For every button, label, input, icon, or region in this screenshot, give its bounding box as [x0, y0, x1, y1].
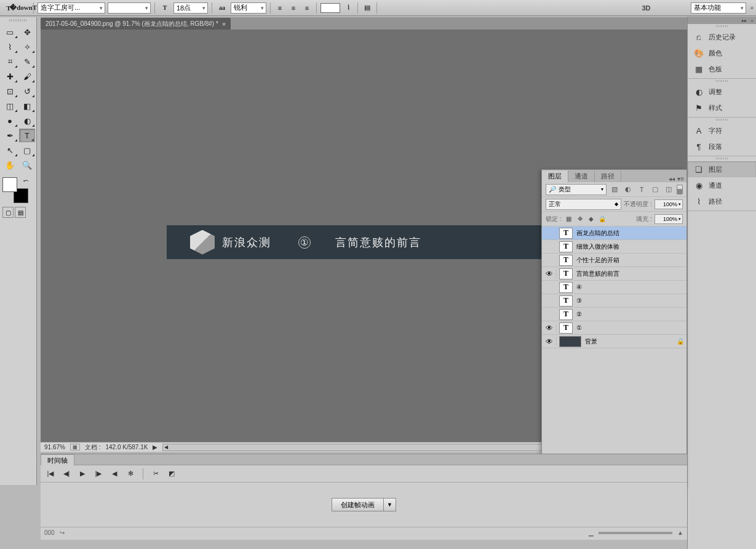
prev-frame-icon[interactable]: ◀|	[62, 469, 71, 479]
filter-pixel-icon[interactable]: ▧	[609, 184, 620, 195]
text-color-swatch[interactable]	[320, 3, 340, 13]
layer-name[interactable]: 背景	[584, 337, 674, 346]
lock-position-icon[interactable]: ✥	[575, 215, 585, 223]
first-frame-icon[interactable]: |◀	[46, 469, 55, 479]
transition-icon[interactable]: ◩	[167, 469, 177, 479]
foreground-color[interactable]	[2, 177, 17, 192]
dock-item-段落[interactable]: ¶段落	[688, 138, 756, 154]
layer-row[interactable]: T个性十足的开箱	[542, 254, 686, 267]
zoom-out-timeline-icon[interactable]: ▁	[589, 529, 594, 536]
visibility-toggle[interactable]: 👁	[542, 337, 557, 346]
layer-name[interactable]: ②	[575, 311, 674, 318]
doc-info-arrow-icon[interactable]: ▶	[153, 444, 157, 451]
dodge-tool-icon[interactable]: ◐	[19, 114, 35, 127]
eraser-tool-icon[interactable]: ◫	[2, 99, 18, 113]
timeline-render-icon[interactable]: ↪	[60, 529, 65, 536]
history-brush-tool-icon[interactable]: ↺	[19, 84, 35, 98]
hand-tool-icon[interactable]: ✋	[2, 158, 18, 172]
filter-toggle[interactable]	[677, 185, 683, 194]
fill-input[interactable]: 100%	[655, 214, 683, 224]
close-dock-icon[interactable]: ×	[750, 18, 754, 23]
layer-row[interactable]: T③	[542, 294, 686, 308]
character-panel-icon[interactable]: ▤	[362, 2, 373, 14]
layer-row[interactable]: 👁T①	[542, 321, 686, 335]
swap-colors-icon[interactable]: ⤺	[23, 177, 28, 184]
tab-timeline[interactable]: 时间轴	[41, 454, 74, 465]
text-orientation-icon[interactable]: �downT	[17, 2, 30, 14]
close-icon[interactable]: ×	[222, 20, 226, 28]
crop-tool-icon[interactable]: ⌗	[2, 55, 18, 68]
align-right-icon[interactable]: ≡	[301, 2, 312, 14]
layer-row[interactable]: 👁T言简意赅的前言	[542, 267, 686, 281]
layer-filter-select[interactable]: 🔎 类型	[546, 184, 607, 195]
layer-name[interactable]: 细致入微的体验	[575, 242, 674, 251]
quickmask-icon[interactable]: ▢	[2, 207, 14, 218]
collapse-panel-icon[interactable]: ◂◂	[669, 175, 675, 182]
filter-type-icon[interactable]: T	[636, 184, 647, 195]
layer-name[interactable]: 画龙点睛的总结	[575, 229, 674, 238]
zoom-readout[interactable]: 91.67%	[44, 444, 65, 451]
layer-row[interactable]: T④	[542, 281, 686, 294]
layer-name[interactable]: ③	[575, 297, 674, 304]
dock-item-图层[interactable]: ❏图层	[688, 161, 756, 177]
stamp-tool-icon[interactable]: ⊡	[2, 84, 18, 98]
zoom-tool-icon[interactable]: 🔍	[19, 158, 35, 172]
align-center-icon[interactable]: ≡	[288, 2, 299, 14]
layer-name[interactable]: 个性十足的开箱	[575, 256, 674, 265]
dock-item-路径[interactable]: ⌇路径	[688, 193, 756, 209]
threeD-button[interactable]: 3D	[642, 4, 650, 12]
eyedropper-tool-icon[interactable]: ✎	[19, 55, 35, 68]
layer-name[interactable]: ④	[575, 284, 674, 291]
tab-layers[interactable]: 图层	[542, 170, 568, 182]
dock-item-色板[interactable]: ▦色板	[688, 61, 756, 77]
doc-info-icon[interactable]: ▦	[70, 444, 80, 451]
double-arrow-icon[interactable]: »	[750, 4, 754, 11]
audio-mute-icon[interactable]: ◀	[109, 469, 119, 479]
marquee-tool-icon[interactable]: ▭	[2, 25, 18, 39]
timeline-zoom-slider[interactable]	[599, 532, 672, 534]
blend-mode-select[interactable]: 正常◆	[546, 199, 621, 210]
blur-tool-icon[interactable]: ●	[2, 114, 18, 127]
opacity-input[interactable]: 100%	[655, 199, 683, 209]
layer-name[interactable]: 言简意赅的前言	[575, 270, 674, 278]
filter-shape-icon[interactable]: ▢	[650, 184, 661, 195]
move-tool-icon[interactable]: ✥	[19, 25, 35, 39]
panel-menu-icon[interactable]: ▾≡	[677, 175, 684, 182]
lock-all-icon[interactable]: 🔒	[597, 215, 607, 223]
wand-tool-icon[interactable]: ✧	[19, 40, 35, 54]
font-size-select[interactable]: 18 点	[173, 2, 208, 14]
create-frame-animation-button[interactable]: 创建帧动画	[332, 498, 384, 511]
default-colors-icon[interactable]	[2, 196, 10, 203]
font-style-select[interactable]	[108, 2, 151, 14]
split-clip-icon[interactable]: ✂	[151, 469, 161, 479]
gradient-tool-icon[interactable]: ◧	[19, 99, 35, 113]
dock-item-调整[interactable]: ◐调整	[688, 84, 756, 100]
font-family-select[interactable]: 造字工房可...	[38, 2, 105, 14]
play-icon[interactable]: ▶	[78, 469, 87, 479]
brush-tool-icon[interactable]: 🖌	[19, 70, 35, 83]
dock-item-颜色[interactable]: 🎨颜色	[688, 45, 756, 61]
lasso-tool-icon[interactable]: ⌇	[2, 40, 18, 54]
timeline-tracks-icon[interactable]: 000	[44, 529, 55, 536]
document-tab[interactable]: 2017-05-06_084900.png @ 91.7% (画龙点睛的总结, …	[41, 18, 231, 30]
dock-item-通道[interactable]: ◉通道	[688, 177, 756, 193]
type-tool-icon[interactable]: T	[19, 129, 35, 142]
visibility-toggle[interactable]: 👁	[542, 270, 557, 278]
tab-paths[interactable]: 路径	[595, 170, 621, 182]
screenmode-icon[interactable]: ▤	[15, 207, 26, 218]
layer-row[interactable]: T②	[542, 308, 686, 321]
path-select-tool-icon[interactable]: ↖	[2, 143, 18, 157]
layer-name[interactable]: ①	[575, 324, 674, 331]
warp-text-icon[interactable]: ⌇	[343, 2, 354, 14]
visibility-toggle[interactable]: 👁	[542, 324, 557, 332]
dock-item-字符[interactable]: A字符	[688, 122, 756, 138]
create-dropdown-icon[interactable]: ▼	[384, 498, 396, 511]
antialias-select[interactable]: 锐利	[231, 2, 266, 14]
shape-tool-icon[interactable]: ▢	[19, 143, 35, 157]
panel-grip-icon[interactable]	[0, 17, 36, 23]
workspace-select[interactable]: 基本功能	[691, 2, 746, 14]
zoom-in-timeline-icon[interactable]: ▲	[677, 529, 683, 536]
tab-channels[interactable]: 通道	[568, 170, 595, 182]
lock-transparency-icon[interactable]: ◆	[586, 215, 596, 223]
filter-smart-icon[interactable]: ◫	[663, 184, 674, 195]
